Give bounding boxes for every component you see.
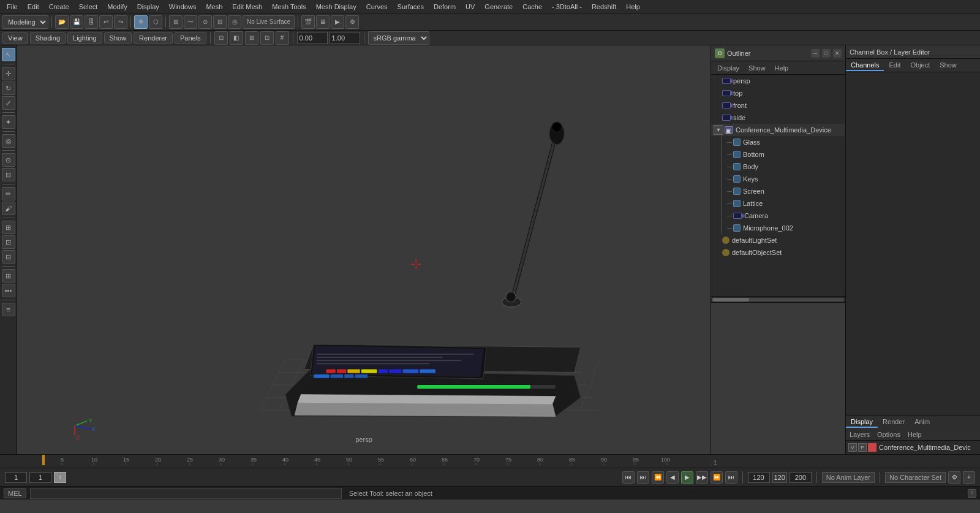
frame-all[interactable]: ⊞ (245, 31, 258, 45)
menu-cache[interactable]: Cache (518, 2, 546, 12)
play-forward[interactable]: ▶ (681, 471, 693, 484)
outliner-persp[interactable]: persp (711, 75, 845, 87)
frame-color-box[interactable]: 1 (54, 472, 66, 483)
tab-edit[interactable]: Edit (884, 60, 905, 71)
mel-input[interactable] (30, 488, 342, 499)
undo-btn[interactable]: ↩ (99, 15, 113, 29)
step-back-key[interactable]: ⏭ (637, 471, 649, 484)
outliner-hscroll[interactable] (712, 298, 844, 302)
char-set-btn1[interactable]: ⚙ (948, 471, 960, 484)
show-manip[interactable]: ⊙ (2, 153, 15, 167)
outliner-conf-group[interactable]: ▼ ▣ Conference_Multimedia_Device (711, 124, 845, 136)
layout-btn2[interactable]: ⊡ (2, 235, 15, 249)
char-set-btn2[interactable]: + (963, 471, 975, 484)
outliner-lattice[interactable]: Lattice (711, 197, 845, 210)
menu-3dtoall[interactable]: - 3DtoAll - (548, 2, 586, 12)
workspace-dropdown[interactable]: Modeling (2, 15, 48, 29)
no-anim-layer[interactable]: No Anim Layer (822, 472, 875, 483)
options-menu[interactable]: Options (873, 430, 904, 439)
menu-windows[interactable]: Windows (165, 2, 201, 12)
help-menu-layer[interactable]: Help (904, 430, 925, 439)
outliner-body[interactable]: Body (711, 161, 845, 173)
layer-color-swatch[interactable] (868, 443, 876, 452)
prev-frame[interactable]: ◀ (666, 471, 679, 484)
menu-edit-mesh[interactable]: Edit Mesh (228, 2, 266, 12)
camera-view[interactable]: ⊡ (214, 31, 228, 45)
current-frame-start[interactable] (29, 472, 51, 483)
ipr-btn[interactable]: ▶ (331, 15, 344, 29)
save-btn[interactable]: 💾 (70, 15, 83, 29)
menu-deform[interactable]: Deform (429, 2, 460, 12)
hide-manip[interactable]: ⊟ (2, 168, 15, 181)
display-render[interactable]: 🖥 (316, 15, 330, 29)
viewport[interactable]: Y X Z persp (17, 45, 710, 454)
extra-btn[interactable]: ••• (2, 284, 15, 297)
no-char-set[interactable]: No Character Set (885, 472, 946, 483)
panels-menu[interactable]: Panels (175, 32, 206, 44)
menu-mesh-tools[interactable]: Mesh Tools (268, 2, 310, 12)
layout-btn3[interactable]: ⊟ (2, 250, 15, 264)
menu-help[interactable]: Help (622, 2, 644, 12)
render-settings[interactable]: ⚙ (345, 15, 359, 29)
coord-y-field[interactable] (330, 32, 360, 44)
rotate-tool[interactable]: ↻ (2, 82, 15, 95)
outliner-top[interactable]: top (711, 87, 845, 99)
menu-uv[interactable]: UV (461, 2, 479, 12)
go-to-start[interactable]: ⏮ (622, 471, 635, 484)
outliner-minimize[interactable]: ─ (811, 49, 820, 58)
playback-end-field[interactable] (748, 472, 770, 483)
tab-channels[interactable]: Channels (846, 60, 884, 71)
menu-mesh[interactable]: Mesh (202, 2, 227, 12)
layers-menu[interactable]: Layers (846, 430, 873, 439)
menu-modify[interactable]: Modify (103, 2, 131, 12)
renderer-menu[interactable]: Renderer (134, 32, 173, 44)
outliner-light-set[interactable]: defaultLightSet (711, 234, 845, 246)
outliner-screen[interactable]: Screen (711, 185, 845, 197)
step-back[interactable]: ⏪ (652, 471, 664, 484)
outliner-display-menu[interactable]: Display (714, 64, 743, 72)
tab-object[interactable]: Object (905, 60, 935, 71)
redo-btn[interactable]: ↪ (114, 15, 127, 29)
layer-p-btn[interactable]: P (858, 443, 867, 452)
outliner-camera-child[interactable]: Camera (711, 210, 845, 222)
tab-display[interactable]: Display (846, 417, 878, 428)
outliner-microphone[interactable]: Microphone_002 (711, 222, 845, 234)
outliner-keys[interactable]: Keys (711, 173, 845, 185)
isolate-select[interactable]: ◧ (230, 31, 243, 45)
save-as-btn[interactable]: 🗄 (85, 15, 98, 29)
lang-label[interactable]: MEL (4, 488, 26, 498)
menu-file[interactable]: File (2, 2, 22, 12)
coord-x-field[interactable] (297, 32, 328, 44)
grid-toggle[interactable]: # (276, 31, 289, 45)
snap-icon[interactable]: ⊞ (2, 269, 15, 283)
help-btn[interactable]: ? (968, 489, 976, 498)
outliner-close[interactable]: ✕ (833, 49, 842, 58)
lighting-menu[interactable]: Lighting (67, 32, 102, 44)
tab-render[interactable]: Render (878, 417, 910, 428)
menu-generate[interactable]: Generate (480, 2, 517, 12)
outliner-maximize[interactable]: □ (822, 49, 831, 58)
scale-tool[interactable]: ⤢ (2, 96, 15, 110)
menu-redshift[interactable]: Redshift (587, 2, 620, 12)
outliner-object-set[interactable]: defaultObjectSet (711, 246, 845, 259)
snap-grid[interactable]: ⊞ (169, 15, 183, 29)
outliner-help-menu[interactable]: Help (771, 64, 793, 72)
universal-manip[interactable]: ✦ (2, 115, 15, 129)
render-preview[interactable]: 🎬 (301, 15, 315, 29)
frame-counter[interactable]: 120 (772, 472, 787, 483)
snap-point[interactable]: ⊙ (198, 15, 212, 29)
outliner-content[interactable]: persp top front side (711, 75, 845, 296)
outliner-side[interactable]: side (711, 112, 845, 124)
outliner-bottom[interactable]: Bottom (711, 148, 845, 161)
menu-edit[interactable]: Edit (23, 2, 43, 12)
layer-v-btn[interactable]: V (848, 443, 857, 452)
soft-select[interactable]: ◎ (2, 134, 15, 148)
custom-btn[interactable]: ≡ (2, 303, 15, 316)
menu-create[interactable]: Create (45, 2, 74, 12)
outliner-front[interactable]: front (711, 99, 845, 112)
open-btn[interactable]: 📂 (55, 15, 69, 29)
conf-collapse-icon[interactable]: ▼ (714, 125, 723, 135)
snap-curve[interactable]: 〜 (184, 15, 197, 29)
select-tool[interactable]: ↖ (2, 48, 15, 61)
next-frame[interactable]: ▶▶ (696, 471, 708, 484)
